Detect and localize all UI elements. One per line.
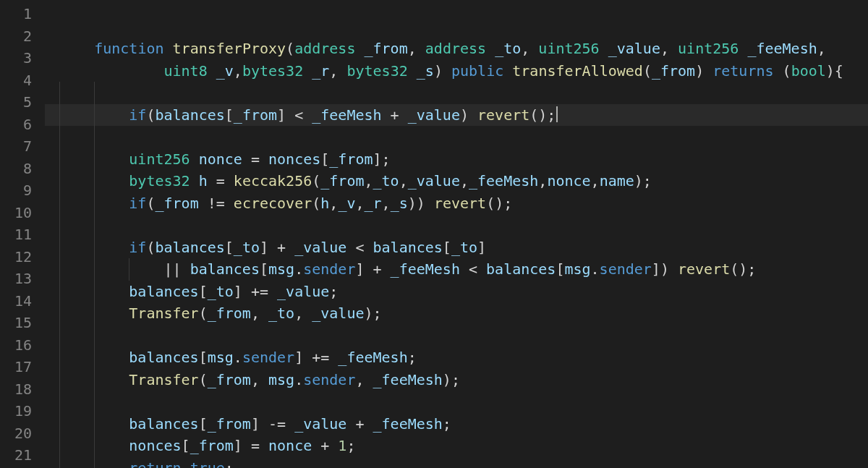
line-number-gutter: 123456789101112131415161718192021 xyxy=(0,0,45,468)
token-var: nonces xyxy=(129,437,181,454)
token-var: _value xyxy=(277,283,329,300)
token-var: balances xyxy=(129,283,198,300)
token-pun: = xyxy=(242,150,268,168)
token-var: balances xyxy=(155,106,224,124)
indent-guide xyxy=(94,325,95,347)
token-pun: [ xyxy=(199,349,208,366)
token-prop: sender xyxy=(600,260,652,278)
code-line[interactable] xyxy=(45,391,868,413)
token-pun: (); xyxy=(730,260,756,278)
code-line[interactable]: if(_from != ecrecover(h,_v,_r,_s)) rever… xyxy=(45,192,868,215)
token-pun: ) xyxy=(460,106,477,124)
token-pun: , xyxy=(399,172,408,190)
code-content[interactable]: function transferProxy(address _from, ad… xyxy=(45,38,868,468)
token-pun: || xyxy=(164,260,190,278)
token-kw: if xyxy=(129,106,146,124)
token-type: bool xyxy=(791,62,826,80)
code-line[interactable]: balances[msg.sender] += _feeMesh; xyxy=(45,346,868,369)
code-line[interactable]: uint8 _v,bytes32 _r, bytes32 _s) public … xyxy=(45,60,868,82)
code-area[interactable]: function transferProxy(address _from, ad… xyxy=(45,0,868,468)
token-pun: ( xyxy=(146,106,155,124)
line-number: 8 xyxy=(0,158,32,180)
code-line[interactable] xyxy=(45,214,868,237)
code-text: function transferProxy(address _from, ad… xyxy=(59,40,826,57)
token-fn: revert xyxy=(678,260,730,278)
token-pun: , xyxy=(355,195,364,212)
token-type: address xyxy=(425,40,486,57)
indent-guide xyxy=(59,413,60,435)
line-number: 13 xyxy=(0,268,32,290)
line-number: 9 xyxy=(0,179,32,202)
indent-guide xyxy=(94,258,95,281)
token-pun: , xyxy=(382,195,391,212)
indent-guide xyxy=(129,258,129,281)
token-var: msg xyxy=(268,371,294,388)
code-line[interactable]: if(balances[_from] < _feeMesh + _value) … xyxy=(45,104,868,127)
code-line[interactable]: balances[_to] += _value; xyxy=(45,281,868,303)
line-number: 6 xyxy=(0,114,32,136)
token-pun: , xyxy=(521,40,538,57)
token-sp xyxy=(190,150,199,168)
code-line[interactable]: nonces[_from] = nonce + 1; xyxy=(45,435,868,457)
token-pun: ( xyxy=(199,371,208,388)
code-line[interactable]: Transfer(_from, msg.sender, _feeMesh); xyxy=(45,369,868,391)
code-line[interactable]: Transfer(_from, _to, _value); xyxy=(45,302,868,325)
token-var: balances xyxy=(155,239,224,256)
code-line[interactable]: return true; xyxy=(45,457,868,469)
token-pun: [ xyxy=(320,150,329,168)
token-var: _to xyxy=(373,172,399,190)
token-pun: , xyxy=(364,172,373,190)
code-line[interactable] xyxy=(45,126,868,148)
line-number: 14 xyxy=(0,290,32,312)
token-var: _to xyxy=(451,239,477,256)
token-prop: sender xyxy=(303,260,355,278)
code-line[interactable]: balances[_from] -= _value + _feeMesh; xyxy=(45,413,868,435)
line-number: 18 xyxy=(0,378,32,401)
code-line[interactable]: if(balances[_to] + _value < balances[_to… xyxy=(45,237,868,259)
token-type: bytes32 xyxy=(242,62,303,80)
indent-guide xyxy=(59,281,60,303)
token-var: nonce xyxy=(268,437,312,454)
token-sp xyxy=(164,40,173,57)
token-var: nonce xyxy=(547,172,590,190)
token-var: _from xyxy=(364,40,407,57)
code-text: balances[_to] += _value; xyxy=(59,283,338,300)
token-var: _from xyxy=(208,305,251,322)
token-pun: ) xyxy=(434,62,451,80)
token-pun: ; xyxy=(225,459,234,469)
token-pun: . xyxy=(591,260,600,278)
code-line[interactable]: bytes32 h = keccak256(_from,_to,_value,_… xyxy=(45,170,868,192)
line-number: 17 xyxy=(0,356,32,378)
token-pun: [ xyxy=(556,260,564,278)
token-pun: )) xyxy=(408,195,434,212)
token-pun: . xyxy=(234,349,242,366)
code-line[interactable] xyxy=(45,82,868,104)
token-var: _to xyxy=(234,239,260,256)
indent-guide xyxy=(94,391,95,413)
token-var: _value xyxy=(408,106,460,124)
indent-guide xyxy=(59,391,60,413)
token-sp xyxy=(774,62,783,80)
token-fn: transferProxy xyxy=(173,40,286,57)
code-line[interactable]: uint256 nonce = nonces[_from]; xyxy=(45,148,868,171)
token-var: _from xyxy=(190,437,234,454)
token-pun: ; xyxy=(443,415,451,433)
token-var: h xyxy=(320,195,329,212)
code-editor[interactable]: 123456789101112131415161718192021 functi… xyxy=(0,0,868,468)
token-pun: ; xyxy=(329,283,338,300)
code-line[interactable]: || balances[msg.sender] + _feeMesh < bal… xyxy=(45,258,868,281)
code-text: uint256 nonce = nonces[_from]; xyxy=(59,150,391,168)
token-num: 1 xyxy=(338,437,346,454)
token-kw: return xyxy=(129,459,181,469)
token-var: _r xyxy=(365,195,382,212)
line-number: 2 xyxy=(0,25,32,48)
token-pun: ); xyxy=(364,305,381,322)
token-prop: sender xyxy=(303,371,355,388)
token-pun: . xyxy=(294,371,303,388)
indent-guide xyxy=(94,435,95,457)
code-text: balances[msg.sender] += _feeMesh; xyxy=(59,349,417,366)
code-line[interactable]: function transferProxy(address _from, ad… xyxy=(45,38,868,60)
indent-guide xyxy=(94,170,95,192)
token-var: _from xyxy=(234,106,277,124)
code-line[interactable] xyxy=(45,325,868,347)
